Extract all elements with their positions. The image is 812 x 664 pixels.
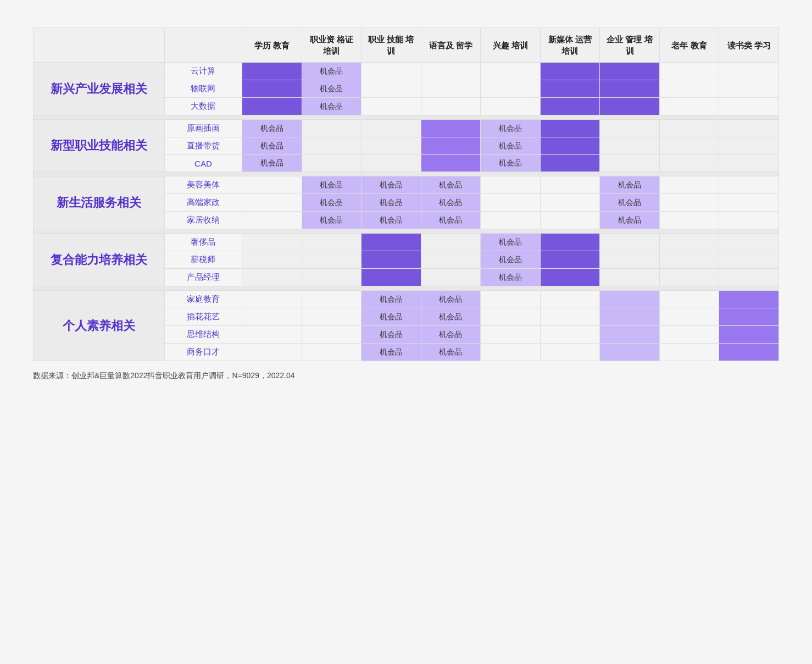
category-cell: 新生活服务相关 [34, 176, 165, 229]
subcategory-cell: 薪税师 [164, 251, 242, 269]
data-cell [302, 291, 361, 308]
data-cell [600, 269, 660, 286]
data-cell [242, 212, 302, 229]
data-cell [659, 194, 719, 212]
data-cell [302, 155, 361, 172]
header-col6: 语言及 留学 [421, 28, 481, 63]
data-cell [242, 251, 302, 269]
data-cell [361, 155, 421, 172]
data-cell [540, 137, 600, 155]
data-cell: 机会品 [421, 212, 481, 229]
data-cell [540, 194, 600, 212]
header-col3: 学历 教育 [242, 28, 302, 63]
data-cell [302, 234, 361, 251]
header-col4: 职业资 格证 培训 [302, 28, 361, 63]
data-cell [242, 269, 302, 286]
data-cell [302, 269, 361, 286]
data-cell [659, 234, 719, 251]
data-cell: 机会品 [302, 80, 361, 98]
header-col10: 老年 教育 [659, 28, 719, 63]
data-cell [242, 98, 302, 115]
data-cell [421, 63, 481, 80]
data-cell [481, 194, 541, 212]
data-cell [242, 291, 302, 308]
data-cell: 机会品 [481, 137, 541, 155]
data-cell [481, 308, 541, 326]
data-cell: 机会品 [361, 194, 421, 212]
data-cell [481, 80, 541, 98]
data-cell [600, 251, 660, 269]
data-cell [719, 308, 779, 326]
data-cell [719, 194, 779, 212]
data-cell [540, 120, 600, 137]
data-cell [421, 80, 481, 98]
data-cell [540, 234, 600, 251]
header-col7: 兴趣 培训 [481, 28, 541, 63]
data-cell [719, 120, 779, 137]
data-cell [659, 98, 719, 115]
header-subcategory [164, 28, 242, 63]
data-cell [242, 234, 302, 251]
data-cell: 机会品 [302, 194, 361, 212]
data-cell [361, 251, 421, 269]
data-cell [600, 120, 660, 137]
data-cell: 机会品 [302, 176, 361, 194]
data-cell [242, 344, 302, 361]
data-cell [540, 326, 600, 344]
data-cell [421, 155, 481, 172]
data-cell [719, 269, 779, 286]
data-cell: 机会品 [421, 308, 481, 326]
data-cell [719, 80, 779, 98]
data-cell: 机会品 [361, 212, 421, 229]
data-cell [719, 155, 779, 172]
header-col5: 职业 技能 培训 [361, 28, 421, 63]
subcategory-cell: 思维结构 [164, 326, 242, 344]
data-cell [659, 308, 719, 326]
data-cell [361, 137, 421, 155]
subcategory-cell: 家居收纳 [164, 212, 242, 229]
data-cell: 机会品 [361, 326, 421, 344]
data-cell [421, 234, 481, 251]
data-cell: 机会品 [481, 269, 541, 286]
subcategory-cell: 产品经理 [164, 269, 242, 286]
data-cell [540, 63, 600, 80]
data-cell [540, 344, 600, 361]
subcategory-cell: 奢侈品 [164, 234, 242, 251]
data-cell [302, 344, 361, 361]
data-cell [302, 137, 361, 155]
subcategory-cell: 家庭教育 [164, 291, 242, 308]
subcategory-cell: 直播带货 [164, 137, 242, 155]
subcategory-cell: 高端家政 [164, 194, 242, 212]
data-cell [361, 120, 421, 137]
data-cell: 机会品 [600, 212, 660, 229]
data-cell [421, 137, 481, 155]
data-cell [600, 234, 660, 251]
data-cell [242, 326, 302, 344]
category-cell: 复合能力培养相关 [34, 234, 165, 286]
subcategory-cell: 美容美体 [164, 176, 242, 194]
subcategory-cell: CAD [164, 155, 242, 172]
data-cell [719, 98, 779, 115]
data-cell [540, 98, 600, 115]
data-cell [481, 326, 541, 344]
data-cell [481, 212, 541, 229]
data-cell [481, 291, 541, 308]
data-cell: 机会品 [600, 176, 660, 194]
data-cell: 机会品 [481, 251, 541, 269]
header-col9: 企业 管理 培训 [600, 28, 660, 63]
data-cell [540, 308, 600, 326]
data-cell: 机会品 [361, 344, 421, 361]
data-cell [719, 176, 779, 194]
data-cell [659, 155, 719, 172]
data-cell [719, 344, 779, 361]
data-cell [719, 212, 779, 229]
data-cell [719, 291, 779, 308]
data-cell [481, 344, 541, 361]
spacer-row [34, 172, 779, 176]
data-cell [361, 80, 421, 98]
data-cell: 机会品 [361, 291, 421, 308]
data-cell [302, 120, 361, 137]
header-category [34, 28, 165, 63]
subcategory-cell: 大数据 [164, 98, 242, 115]
subcategory-cell: 插花花艺 [164, 308, 242, 326]
